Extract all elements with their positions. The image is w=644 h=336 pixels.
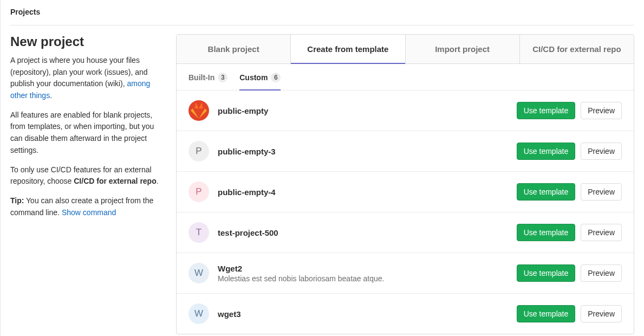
- template-info: public-empty: [218, 106, 508, 115]
- template-name: public-empty-4: [218, 188, 508, 197]
- top-tab-create-from-template[interactable]: Create from template: [291, 35, 405, 63]
- template-row: Ppublic-empty-3Use templatePreview: [177, 131, 634, 172]
- template-row: public-emptyUse templatePreview: [177, 91, 634, 131]
- project-avatar-letter: W: [188, 263, 209, 283]
- template-actions: Use templatePreview: [517, 305, 622, 322]
- sidebar-desc-1: A project is where you house your files …: [10, 55, 160, 102]
- show-command-link[interactable]: Show command: [62, 208, 116, 217]
- template-info: public-empty-3: [218, 147, 508, 156]
- template-actions: Use templatePreview: [517, 183, 622, 201]
- template-info: Wget2Molestias est sed nobis laboriosam …: [218, 264, 508, 283]
- project-avatar-letter: P: [188, 141, 209, 161]
- template-name: public-empty: [218, 106, 508, 115]
- template-info: test-project-500: [218, 228, 508, 237]
- sub-tab-label: Built-In: [188, 73, 214, 82]
- breadcrumb[interactable]: Projects: [10, 0, 634, 25]
- top-tab-blank-project[interactable]: Blank project: [177, 35, 291, 63]
- preview-button[interactable]: Preview: [581, 143, 622, 160]
- template-row: Ttest-project-500Use templatePreview: [177, 212, 634, 253]
- template-actions: Use templatePreview: [517, 143, 622, 160]
- top-tabs: Blank projectCreate from templateImport …: [177, 35, 634, 64]
- template-name: public-empty-3: [218, 147, 508, 156]
- template-actions: Use templatePreview: [517, 264, 622, 282]
- template-actions: Use templatePreview: [517, 102, 622, 119]
- project-avatar-icon: [188, 100, 209, 121]
- project-avatar-letter: W: [188, 303, 209, 324]
- preview-button[interactable]: Preview: [581, 102, 622, 119]
- use-template-button[interactable]: Use template: [517, 264, 575, 282]
- template-name: test-project-500: [218, 228, 508, 237]
- preview-button[interactable]: Preview: [581, 264, 622, 282]
- use-template-button[interactable]: Use template: [517, 224, 575, 241]
- template-row: Ppublic-empty-4Use templatePreview: [177, 172, 634, 212]
- use-template-button[interactable]: Use template: [517, 143, 575, 160]
- template-row: WWget2Molestias est sed nobis laboriosam…: [177, 253, 634, 294]
- sub-tab-label: Custom: [239, 73, 268, 82]
- sidebar: New project A project is where you house…: [10, 34, 160, 334]
- top-tab-ci-cd-for-external-repo[interactable]: CI/CD for external repo: [520, 35, 634, 63]
- use-template-button[interactable]: Use template: [517, 183, 575, 201]
- page-title: New project: [10, 34, 160, 49]
- template-description: Molestias est sed nobis laboriosam beata…: [218, 274, 508, 283]
- project-avatar-letter: P: [188, 182, 209, 202]
- sidebar-desc-2: All features are enabled for blank proje…: [10, 109, 160, 157]
- template-row: Wwget3Use templatePreview: [177, 294, 634, 334]
- sidebar-desc-3: To only use CI/CD features for an extern…: [10, 164, 160, 188]
- count-badge: 6: [271, 73, 281, 82]
- project-avatar-letter: T: [188, 222, 209, 243]
- preview-button[interactable]: Preview: [581, 305, 622, 322]
- sub-tab-built-in[interactable]: Built-In3: [188, 73, 227, 90]
- use-template-button[interactable]: Use template: [517, 305, 575, 322]
- template-name: Wget2: [218, 264, 508, 273]
- template-list: public-emptyUse templatePreviewPpublic-e…: [177, 91, 634, 334]
- count-badge: 3: [218, 73, 227, 82]
- template-info: wget3: [218, 309, 508, 319]
- main-panel: Blank projectCreate from templateImport …: [176, 34, 634, 334]
- top-tab-import-project[interactable]: Import project: [406, 35, 520, 63]
- template-name: wget3: [218, 309, 508, 319]
- template-actions: Use templatePreview: [517, 224, 622, 241]
- preview-button[interactable]: Preview: [581, 224, 622, 241]
- preview-button[interactable]: Preview: [581, 183, 622, 201]
- sub-tab-custom[interactable]: Custom6: [239, 73, 281, 90]
- template-info: public-empty-4: [218, 188, 508, 197]
- sidebar-desc-4: Tip: You can also create a project from …: [10, 195, 160, 218]
- sub-tabs: Built-In3Custom6: [177, 64, 634, 91]
- use-template-button[interactable]: Use template: [517, 102, 575, 119]
